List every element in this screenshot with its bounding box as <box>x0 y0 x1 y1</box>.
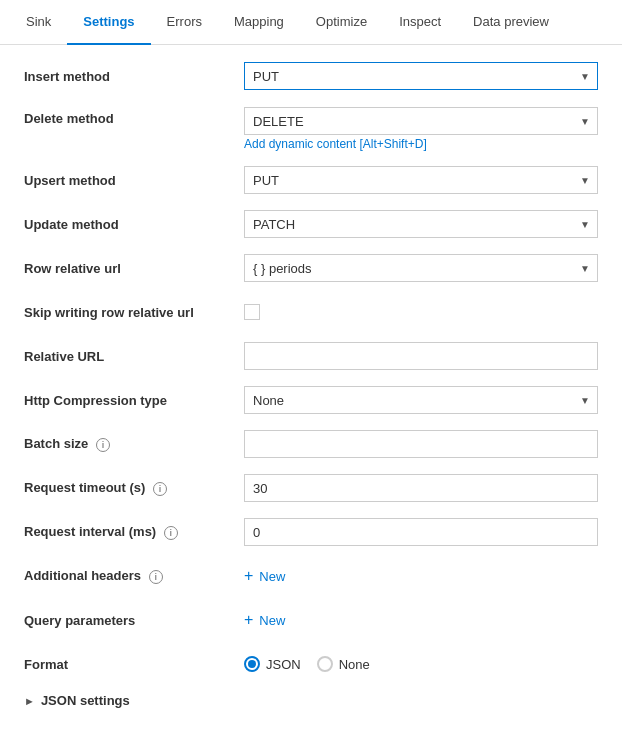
skip-writing-control <box>244 304 598 320</box>
insert-method-label: Insert method <box>24 69 244 84</box>
relative-url-row: Relative URL <box>24 341 598 371</box>
query-parameters-plus-icon: + <box>244 612 253 628</box>
request-timeout-control <box>244 474 598 502</box>
update-method-label: Update method <box>24 217 244 232</box>
http-compression-select-wrapper: None GZip Deflate ▼ <box>244 386 598 414</box>
skip-writing-checkbox[interactable] <box>244 304 260 320</box>
format-control: JSON None <box>244 656 598 672</box>
format-none-radio[interactable] <box>317 656 333 672</box>
tab-optimize[interactable]: Optimize <box>300 0 383 45</box>
delete-method-select-wrapper: DELETE PUT POST PATCH ▼ <box>244 107 598 135</box>
relative-url-label: Relative URL <box>24 349 244 364</box>
row-relative-url-select-wrapper: { } periods None Custom ▼ <box>244 254 598 282</box>
request-interval-info-icon: i <box>164 526 178 540</box>
additional-headers-label: Additional headers i <box>24 568 244 584</box>
json-settings-row[interactable]: ► JSON settings <box>24 693 598 708</box>
delete-method-select[interactable]: DELETE PUT POST PATCH <box>244 107 598 135</box>
format-row: Format JSON None <box>24 649 598 679</box>
update-method-row: Update method PATCH PUT POST DELETE ▼ <box>24 209 598 239</box>
delete-method-row: Delete method DELETE PUT POST PATCH ▼ Ad… <box>24 105 598 151</box>
batch-size-row: Batch size i <box>24 429 598 459</box>
skip-writing-row: Skip writing row relative url <box>24 297 598 327</box>
tab-settings[interactable]: Settings <box>67 0 150 45</box>
format-none-label: None <box>339 657 370 672</box>
http-compression-control: None GZip Deflate ▼ <box>244 386 598 414</box>
upsert-method-label: Upsert method <box>24 173 244 188</box>
request-interval-input[interactable] <box>244 518 598 546</box>
delete-method-label: Delete method <box>24 107 244 126</box>
json-settings-chevron-icon: ► <box>24 695 35 707</box>
tab-mapping[interactable]: Mapping <box>218 0 300 45</box>
settings-content: Insert method PUT POST PATCH DELETE ▼ De… <box>0 45 622 724</box>
query-parameters-add-button[interactable]: + New <box>244 612 285 628</box>
insert-method-row: Insert method PUT POST PATCH DELETE ▼ <box>24 61 598 91</box>
tab-data-preview[interactable]: Data preview <box>457 0 565 45</box>
tab-inspect[interactable]: Inspect <box>383 0 457 45</box>
request-timeout-row: Request timeout (s) i <box>24 473 598 503</box>
upsert-method-control: PUT POST PATCH DELETE ▼ <box>244 166 598 194</box>
row-relative-url-row: Row relative url { } periods None Custom… <box>24 253 598 283</box>
row-relative-url-label: Row relative url <box>24 261 244 276</box>
skip-writing-label: Skip writing row relative url <box>24 305 244 320</box>
format-radio-group: JSON None <box>244 656 598 672</box>
insert-method-control: PUT POST PATCH DELETE ▼ <box>244 62 598 90</box>
request-interval-row: Request interval (ms) i <box>24 517 598 547</box>
request-timeout-label: Request timeout (s) i <box>24 480 244 496</box>
format-json-radio[interactable] <box>244 656 260 672</box>
insert-method-select[interactable]: PUT POST PATCH DELETE <box>244 62 598 90</box>
additional-headers-add-button[interactable]: + New <box>244 568 285 584</box>
format-json-option[interactable]: JSON <box>244 656 301 672</box>
format-label: Format <box>24 657 244 672</box>
request-interval-label: Request interval (ms) i <box>24 524 244 540</box>
additional-headers-info-icon: i <box>149 570 163 584</box>
http-compression-row: Http Compression type None GZip Deflate … <box>24 385 598 415</box>
format-json-label: JSON <box>266 657 301 672</box>
query-parameters-control: + New <box>244 612 598 628</box>
http-compression-select[interactable]: None GZip Deflate <box>244 386 598 414</box>
update-method-select[interactable]: PATCH PUT POST DELETE <box>244 210 598 238</box>
additional-headers-row: Additional headers i + New <box>24 561 598 591</box>
tab-sink[interactable]: Sink <box>10 0 67 45</box>
update-method-select-wrapper: PATCH PUT POST DELETE ▼ <box>244 210 598 238</box>
row-relative-url-control: { } periods None Custom ▼ <box>244 254 598 282</box>
dynamic-content-link[interactable]: Add dynamic content [Alt+Shift+D] <box>244 137 598 151</box>
upsert-method-select[interactable]: PUT POST PATCH DELETE <box>244 166 598 194</box>
http-compression-label: Http Compression type <box>24 393 244 408</box>
request-timeout-info-icon: i <box>153 482 167 496</box>
tabs-bar: Sink Settings Errors Mapping Optimize In… <box>0 0 622 45</box>
batch-size-info-icon: i <box>96 438 110 452</box>
upsert-method-select-wrapper: PUT POST PATCH DELETE ▼ <box>244 166 598 194</box>
request-timeout-input[interactable] <box>244 474 598 502</box>
relative-url-input[interactable] <box>244 342 598 370</box>
row-relative-url-select[interactable]: { } periods None Custom <box>244 254 598 282</box>
batch-size-label: Batch size i <box>24 436 244 452</box>
tab-errors[interactable]: Errors <box>151 0 218 45</box>
relative-url-control <box>244 342 598 370</box>
additional-headers-control: + New <box>244 568 598 584</box>
additional-headers-plus-icon: + <box>244 568 253 584</box>
json-settings-label: JSON settings <box>41 693 130 708</box>
batch-size-control <box>244 430 598 458</box>
query-parameters-row: Query parameters + New <box>24 605 598 635</box>
format-none-option[interactable]: None <box>317 656 370 672</box>
delete-method-control: DELETE PUT POST PATCH ▼ Add dynamic cont… <box>244 107 598 151</box>
batch-size-input[interactable] <box>244 430 598 458</box>
upsert-method-row: Upsert method PUT POST PATCH DELETE ▼ <box>24 165 598 195</box>
query-parameters-label: Query parameters <box>24 613 244 628</box>
insert-method-select-wrapper: PUT POST PATCH DELETE ▼ <box>244 62 598 90</box>
request-interval-control <box>244 518 598 546</box>
update-method-control: PATCH PUT POST DELETE ▼ <box>244 210 598 238</box>
